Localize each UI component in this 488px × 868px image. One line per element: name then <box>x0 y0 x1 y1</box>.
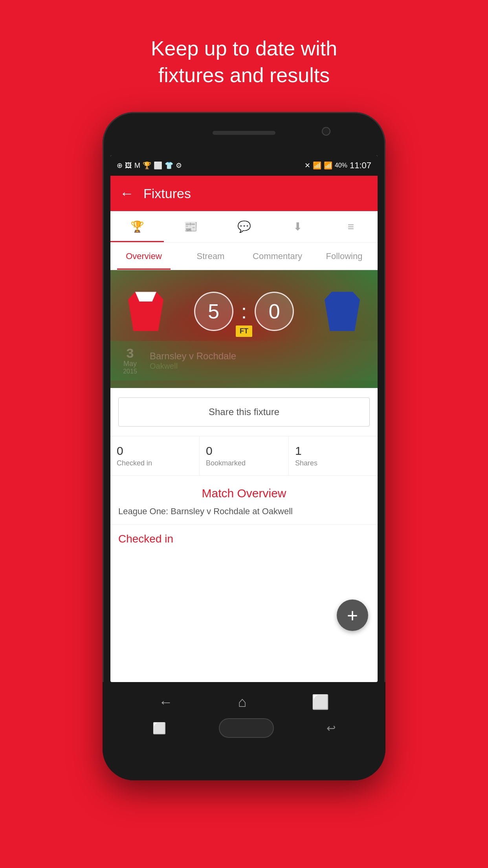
tab-icon-chat[interactable]: 💬 <box>217 211 271 242</box>
phone-device: ⊕ 🖼 M 🏆 ⬜ 👕 ⚙ ✕ 📶 📶 40% 11:07 <box>103 112 385 780</box>
status-battery: 40% <box>335 162 347 169</box>
nav-bottom-row: ⬜ ↩ <box>103 710 385 738</box>
tab-overview[interactable]: Overview <box>110 243 177 270</box>
back-button[interactable]: ← <box>120 185 134 202</box>
status-icon-trophy: 🏆 <box>143 161 151 170</box>
tab-following[interactable]: Following <box>311 243 378 270</box>
fab-add-button[interactable]: + <box>337 600 368 631</box>
news-icon: 📰 <box>184 220 198 233</box>
shares-label: Shares <box>295 459 371 467</box>
status-bar: ⊕ 🖼 M 🏆 ⬜ 👕 ⚙ ✕ 📶 📶 40% 11:07 <box>110 155 378 176</box>
away-team-shirt <box>319 286 366 337</box>
share-fixture-button[interactable]: Share this fixture <box>118 397 370 427</box>
download-icon: ⬇ <box>293 220 302 233</box>
tab-icon-menu[interactable]: ≡ <box>324 211 378 242</box>
menu-icon: ≡ <box>348 221 354 233</box>
stat-bookmarked: 0 Bookmarked <box>200 436 289 475</box>
status-left-icons: ⊕ 🖼 M 🏆 ⬜ 👕 ⚙ <box>117 161 182 170</box>
match-section: 5 : 0 FT 3 May 2015 <box>110 270 378 388</box>
stats-row: 0 Checked in 0 Bookmarked 1 Shares <box>110 436 378 476</box>
nav-home-pill[interactable] <box>219 718 274 738</box>
score-container: 5 : 0 <box>169 292 319 331</box>
phone-camera <box>322 127 330 136</box>
bookmarked-count: 0 <box>206 444 282 458</box>
status-icon-gmail: M <box>134 162 140 170</box>
page-title: Fixtures <box>143 186 191 201</box>
phone-screen: ⊕ 🖼 M 🏆 ⬜ 👕 ⚙ ✕ 📶 📶 40% 11:07 <box>110 155 378 682</box>
app-bar: ← Fixtures <box>110 176 378 211</box>
score-separator: : <box>241 300 247 323</box>
phone-outer: ⊕ 🖼 M 🏆 ⬜ 👕 ⚙ ✕ 📶 📶 40% 11:07 <box>103 112 385 780</box>
status-icon-shirt: 👕 <box>165 161 173 170</box>
shirt-red-icon <box>128 292 163 331</box>
shirt-blue-icon <box>325 292 360 331</box>
nav-side-left: ⬜ <box>152 722 166 735</box>
bookmarked-label: Bookmarked <box>206 459 282 467</box>
match-status-badge: FT <box>236 326 252 337</box>
nav-back-button[interactable]: ← <box>159 694 173 710</box>
sub-tab-bar: Overview Stream Commentary Following <box>110 243 378 270</box>
status-icon-signal: 📶 <box>324 161 332 170</box>
status-icon-wifi: 📶 <box>313 161 321 170</box>
nav-home-button[interactable]: ⌂ <box>238 694 247 710</box>
tab-icon-download[interactable]: ⬇ <box>271 211 324 242</box>
match-overview-title: Match Overview <box>110 476 378 506</box>
stat-checked-in: 0 Checked in <box>110 436 200 475</box>
tab-icon-news[interactable]: 📰 <box>164 211 217 242</box>
status-icon-image: 🖼 <box>125 162 132 170</box>
status-icon-cross: ⊕ <box>117 161 123 170</box>
home-team-shirt <box>122 286 169 337</box>
tagline-line1: Keep up to date with <box>151 37 337 60</box>
checked-in-section: Checked in <box>110 524 378 553</box>
phone-speaker <box>213 131 275 135</box>
trophy-icon: 🏆 <box>130 220 144 233</box>
match-overview-desc: League One: Barnsley v Rochdale at Oakwe… <box>110 506 378 524</box>
tab-commentary[interactable]: Commentary <box>244 243 311 270</box>
tab-icon-bar: 🏆 📰 💬 ⬇ ≡ <box>110 211 378 243</box>
checked-in-section-title: Checked in <box>118 533 370 545</box>
nav-side-right: ↩ <box>327 722 336 735</box>
checked-in-label: Checked in <box>117 459 193 467</box>
status-icon-settings: ⚙ <box>176 161 182 170</box>
tab-icon-trophy[interactable]: 🏆 <box>110 211 164 242</box>
shares-count: 1 <box>295 444 371 458</box>
tagline: Keep up to date with fixtures and result… <box>151 35 337 88</box>
status-icon-airplane: ✕ <box>305 161 310 170</box>
home-score: 5 <box>194 292 233 331</box>
checked-in-count: 0 <box>117 444 193 458</box>
tagline-line2: fixtures and results <box>158 64 330 86</box>
status-time: 11:07 <box>350 160 371 171</box>
status-right-icons: ✕ 📶 📶 40% 11:07 <box>305 160 371 171</box>
away-score: 0 <box>255 292 294 331</box>
phone-nav-bar: ← ⌂ ⬜ ⬜ ↩ <box>103 682 385 780</box>
chat-icon: 💬 <box>237 220 251 233</box>
tab-stream[interactable]: Stream <box>177 243 244 270</box>
nav-recents-button[interactable]: ⬜ <box>312 694 329 710</box>
stat-shares: 1 Shares <box>289 436 378 475</box>
status-icon-screen: ⬜ <box>154 161 162 170</box>
nav-buttons-row: ← ⌂ ⬜ <box>103 694 385 710</box>
